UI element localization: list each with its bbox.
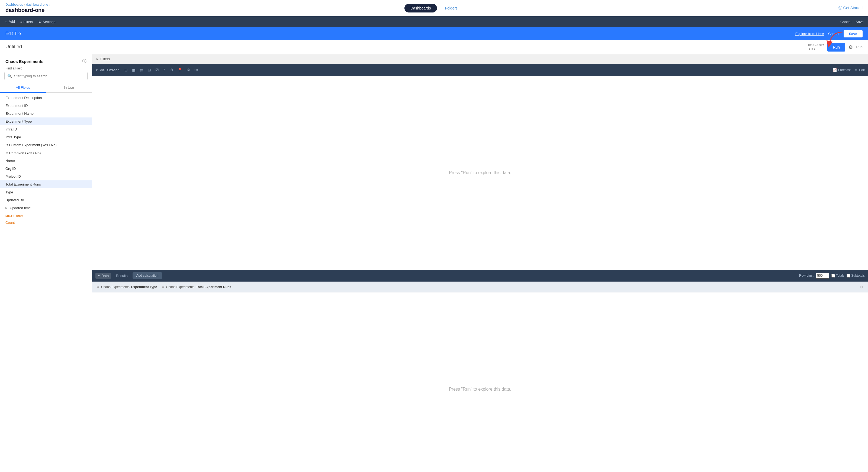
save-toolbar-button[interactable]: Save	[856, 20, 864, 24]
field-count[interactable]: Count	[0, 219, 92, 226]
data-tab[interactable]: ▼ Data	[95, 273, 111, 279]
field-name[interactable]: Name	[0, 157, 92, 165]
left-sidebar: Chaos Experiments ⓘ Find a Field 🔍 All F…	[0, 54, 92, 472]
breadcrumb-dashboards[interactable]: Dashboards	[5, 3, 23, 6]
main-content: Chaos Experiments ⓘ Find a Field 🔍 All F…	[0, 54, 868, 472]
forecast-label: Forecast	[838, 68, 851, 72]
data-tab-label: Data	[101, 274, 109, 278]
edit-icon: ✏	[855, 68, 858, 72]
timezone-selector[interactable]: Time Zone ▾ UTC	[808, 43, 824, 51]
totals-checkbox[interactable]	[831, 274, 835, 277]
find-field-label: Find a Field	[0, 66, 92, 72]
viz-more-icon[interactable]: •••	[193, 67, 200, 73]
viz-column-icon[interactable]: ▤	[138, 67, 145, 73]
run-button[interactable]: Run	[827, 43, 845, 52]
breadcrumb-dashboard-one[interactable]: dashboard-one	[26, 3, 48, 6]
run-area: Time Zone ▾ UTC Run ⚙ Run	[808, 43, 863, 52]
subtotals-checkbox-label[interactable]: Subtotals	[846, 274, 865, 277]
field-infra-type[interactable]: Infra Type	[0, 133, 92, 141]
search-input[interactable]	[14, 74, 85, 78]
tab-dashboards[interactable]: Dashboards	[404, 4, 437, 12]
field-experiment-id[interactable]: Experiment ID	[0, 102, 92, 110]
page-title: dashboard-one	[5, 7, 51, 13]
field-type[interactable]: Type	[0, 188, 92, 196]
field-project-id[interactable]: Project ID	[0, 173, 92, 180]
field-tabs: All Fields In Use	[0, 83, 92, 93]
viz-six-icon[interactable]: ⑥	[185, 67, 192, 73]
viz-bar-icon[interactable]: ▦	[130, 67, 137, 73]
explore-from-here-link[interactable]: Explore from Here	[795, 32, 824, 36]
tab-folders[interactable]: Folders	[439, 4, 464, 12]
measures-label: MEASURES	[0, 212, 92, 219]
viz-table-icon[interactable]: ⊞	[123, 67, 129, 73]
tile-title-input[interactable]	[5, 44, 60, 50]
col-settings-icon-2[interactable]: ⚙	[161, 285, 164, 289]
cancel-toolbar-button[interactable]: Cancel	[840, 20, 851, 24]
subtotals-checkbox[interactable]	[846, 274, 850, 277]
timezone-label: Time Zone ▾	[808, 43, 824, 47]
viz-empty-message: Press "Run" to explore this data.	[449, 170, 511, 175]
run-side-label: Run	[856, 45, 863, 49]
field-experiment-type[interactable]: Experiment Type	[0, 117, 92, 125]
field-org-id[interactable]: Org ID	[0, 165, 92, 173]
tab-all-fields[interactable]: All Fields	[0, 83, 46, 93]
col2-prefix: Chaos Experiments	[166, 285, 195, 289]
viz-pin-icon[interactable]: 📍	[176, 67, 184, 73]
top-nav-left: Dashboards › dashboard-one › dashboard-o…	[5, 3, 51, 13]
edit-tile-title: Edit Tile	[5, 31, 21, 36]
col1-prefix: Chaos Experiments	[101, 285, 130, 289]
field-total-experiment-runs[interactable]: Total Experiment Runs	[0, 180, 92, 188]
get-started-link[interactable]: ⓪ Get Started	[838, 6, 863, 10]
edit-viz-button[interactable]: ✏ Edit	[855, 68, 865, 72]
breadcrumb: Dashboards › dashboard-one ›	[5, 3, 51, 6]
viz-scatter-icon[interactable]: ⊡	[146, 67, 153, 73]
col1-name: Experiment Type	[131, 285, 157, 289]
data-columns-row: ⚙ Chaos Experiments Experiment Type ⚙ Ch…	[92, 282, 868, 292]
info-icon[interactable]: ⓘ	[82, 59, 87, 64]
right-panel: ▶ Filters ▼ Visualization ⊞ ▦ ▤ ⊡ ☑ ⌇ ⏱ …	[92, 54, 868, 472]
sidebar-title: Chaos Experiments	[5, 59, 43, 64]
col-settings-icon-1[interactable]: ⚙	[96, 285, 99, 289]
visualization-label: Visualization	[100, 68, 120, 72]
col2-name: Total Experiment Runs	[196, 285, 231, 289]
settings-button[interactable]: ⚙ Settings	[38, 20, 56, 24]
viz-toggle-icon[interactable]: ☑	[154, 67, 160, 73]
add-calculation-button[interactable]: Add calculation	[132, 272, 162, 279]
col-settings-icon-right[interactable]: ⚙	[860, 285, 864, 289]
forecast-button[interactable]: 📈 Forecast	[833, 68, 851, 72]
viz-bar: ▼ Visualization ⊞ ▦ ▤ ⊡ ☑ ⌇ ⏱ 📍 ⑥ ••• 📈 …	[92, 64, 868, 76]
save-edit-button[interactable]: Save	[844, 30, 863, 37]
data-empty-message: Press "Run" to explore this data.	[449, 387, 511, 392]
data-col-experiment-type: ⚙ Chaos Experiments Experiment Type	[96, 285, 157, 289]
edit-tile-actions: Explore from Here Cancel Save	[795, 30, 863, 37]
totals-checkbox-label[interactable]: Totals	[831, 274, 844, 277]
field-updated-time[interactable]: ▶ Updated time	[0, 204, 92, 212]
viz-label: ▼ Visualization	[95, 68, 120, 72]
forecast-icon: 📈	[833, 68, 837, 72]
filters-toggle[interactable]: ▶ Filters	[96, 57, 110, 61]
add-button[interactable]: ＋ Add	[4, 19, 15, 24]
viz-clock-icon[interactable]: ⏱	[168, 67, 175, 73]
field-infra-id[interactable]: Infra ID	[0, 125, 92, 133]
field-is-removed[interactable]: Is Removed (Yes / No)	[0, 149, 92, 157]
field-experiment-name[interactable]: Experiment Name	[0, 110, 92, 117]
untitled-bar: Time Zone ▾ UTC Run ⚙ Run	[0, 40, 868, 54]
viz-line-icon[interactable]: ⌇	[161, 67, 167, 73]
chevron-down-viz-icon: ▼	[95, 69, 98, 71]
cancel-edit-button[interactable]: Cancel	[828, 32, 839, 36]
field-updated-by[interactable]: Updated By	[0, 196, 92, 204]
fields-list: Experiment Description Experiment ID Exp…	[0, 93, 92, 472]
results-tab[interactable]: Results	[113, 273, 130, 279]
row-limit-input[interactable]	[816, 273, 829, 278]
data-bar: ▼ Data Results Add calculation Row Limit…	[92, 270, 868, 282]
filters-button[interactable]: ≡ Filters	[20, 20, 33, 24]
chevron-right-icon: ▶	[96, 58, 99, 60]
field-is-custom[interactable]: Is Custom Experiment (Yes / No)	[0, 141, 92, 149]
field-experiment-description[interactable]: Experiment Description	[0, 94, 92, 102]
tile-settings-icon[interactable]: ⚙	[848, 44, 853, 50]
edit-label: Edit	[859, 68, 865, 72]
timezone-value: UTC	[808, 47, 824, 51]
tab-in-use[interactable]: In Use	[46, 83, 92, 92]
row-limit-label: Row Limit	[799, 274, 813, 277]
search-icon: 🔍	[7, 74, 12, 78]
